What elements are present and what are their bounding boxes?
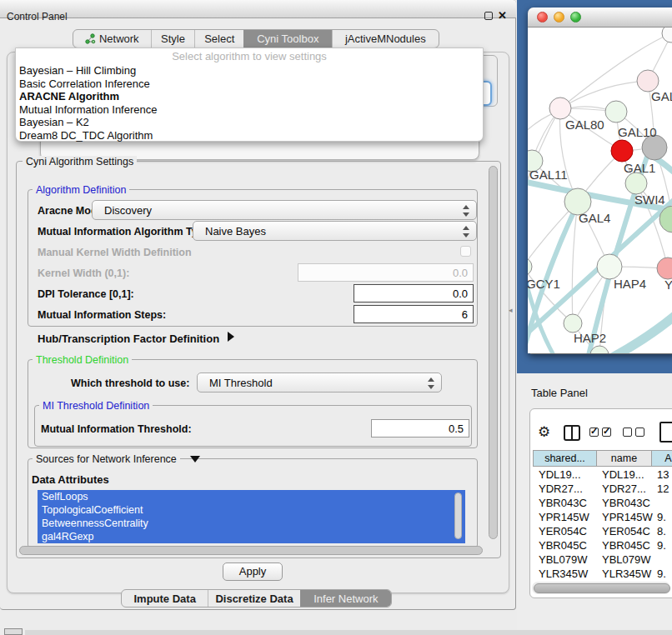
- new-column-icon[interactable]: [659, 422, 672, 442]
- tab-network[interactable]: Network: [73, 30, 151, 48]
- mi-algorithm-type-combobox[interactable]: Naive Bayes: [193, 221, 477, 241]
- bottom-tab-bar: Impute Data Discretize Data Infer Networ…: [121, 589, 392, 608]
- dropdown-item-mutual-information[interactable]: Mutual Information Inference: [16, 103, 483, 117]
- settings-horizontal-scrollbar[interactable]: [19, 546, 483, 555]
- table-cell[interactable]: YLR345W: [602, 568, 651, 580]
- select-all-checkbox-icon[interactable]: [589, 428, 599, 437]
- table-cell[interactable]: YBR045C: [602, 539, 650, 552]
- network-graph: [528, 28, 672, 353]
- table-horizontal-scrollbar[interactable]: [534, 583, 670, 593]
- network-node[interactable]: [611, 140, 633, 162]
- cyni-settings-title: Cyni Algorithm Settings: [23, 156, 137, 168]
- collapse-down-icon[interactable]: [190, 456, 200, 462]
- table-cell[interactable]: YDL19...: [602, 468, 644, 481]
- table-cell[interactable]: YER054C: [602, 525, 650, 538]
- dropdown-item-bayesian-hill-climbing[interactable]: Bayesian – Hill Climbing: [16, 64, 483, 78]
- panel-splitter-handle[interactable]: ◂: [509, 306, 513, 314]
- float-window-icon[interactable]: [484, 12, 493, 20]
- aracne-mode-value: Discovery: [104, 204, 152, 217]
- table-cell[interactable]: YDR27...: [602, 482, 646, 495]
- table-cell[interactable]: YBR043C: [539, 497, 587, 509]
- table-cell[interactable]: 12: [657, 482, 669, 495]
- table-cell[interactable]: YBR045C: [539, 539, 587, 552]
- list-item-gal4rgexp[interactable]: gal4RGexp: [38, 530, 465, 543]
- select-all-checkbox-icon[interactable]: [602, 428, 611, 437]
- kernel-width-field[interactable]: 0.0: [298, 263, 474, 282]
- dropdown-item-aracne[interactable]: ARACNE Algorithm: [16, 90, 483, 103]
- tab-style[interactable]: Style: [151, 30, 195, 48]
- table-cell[interactable]: YPR145W: [602, 511, 653, 523]
- network-node[interactable]: [549, 98, 571, 119]
- dpi-tolerance-field[interactable]: 0.0: [354, 284, 474, 302]
- column-header-name[interactable]: name: [597, 450, 652, 467]
- network-node[interactable]: [605, 101, 627, 122]
- network-window-titlebar[interactable]: [528, 8, 672, 28]
- dropdown-item-bayesian-k2[interactable]: Bayesian – K2: [16, 116, 483, 129]
- aracne-mode-combobox[interactable]: Discovery: [92, 200, 477, 220]
- table-cell[interactable]: YBR043C: [602, 497, 650, 509]
- tab-discretize-data-label: Discretize Data: [215, 592, 293, 605]
- control-panel-title: Control Panel: [7, 11, 68, 22]
- control-panel-titlebar[interactable]: [0, 0, 516, 18]
- settings-vertical-scrollbar[interactable]: [489, 166, 498, 539]
- which-threshold-combobox[interactable]: MI Threshold: [197, 372, 442, 392]
- table-cell[interactable]: YDL19...: [539, 468, 581, 481]
- expand-right-icon[interactable]: [228, 332, 234, 342]
- manual-kernel-checkbox[interactable]: [460, 246, 471, 257]
- tab-discretize-data[interactable]: Discretize Data: [208, 590, 299, 607]
- tab-impute-data[interactable]: Impute Data: [122, 590, 208, 607]
- table-cell[interactable]: YDR27...: [539, 482, 583, 495]
- dropdown-item-dream8[interactable]: Dream8 DC_TDC Algorithm: [16, 129, 483, 142]
- table-cell[interactable]: YER054C: [539, 525, 587, 538]
- tab-cyni-toolbox-label: Cyni Toolbox: [257, 32, 318, 45]
- table-cell[interactable]: 9.: [657, 511, 666, 523]
- table-cell[interactable]: 8.: [657, 525, 666, 538]
- table-cell[interactable]: 13: [657, 468, 669, 481]
- table-cell[interactable]: YLR345W: [539, 568, 588, 580]
- network-node[interactable]: [528, 258, 532, 276]
- list-item-selfloops[interactable]: SelfLoops: [38, 490, 465, 503]
- network-node[interactable]: [657, 258, 672, 279]
- tab-jactivemnodules[interactable]: jActiveMNodules: [332, 30, 439, 48]
- table-cell[interactable]: YBL079W: [539, 553, 588, 566]
- mi-threshold-field[interactable]: 0.5: [371, 419, 469, 438]
- bottom-left-icon[interactable]: [4, 628, 23, 635]
- network-node[interactable]: [564, 314, 582, 332]
- attributes-list-scrollbar[interactable]: [454, 492, 462, 539]
- spinner-arrows-icon: [463, 204, 470, 218]
- list-item-betweennesscentrality[interactable]: BetweennessCentrality: [38, 517, 465, 530]
- network-node[interactable]: [625, 172, 647, 194]
- tab-infer-network-label: Infer Network: [313, 592, 378, 605]
- network-node[interactable]: [662, 28, 672, 42]
- tab-infer-network[interactable]: Infer Network: [300, 590, 391, 607]
- mi-steps-field[interactable]: 6: [354, 305, 474, 323]
- tab-jactivemnodules-label: jActiveMNodules: [345, 32, 426, 45]
- minimize-traffic-light-icon[interactable]: [554, 12, 564, 22]
- column-header-partial[interactable]: A: [652, 450, 672, 467]
- column-header-shared-name[interactable]: shared...: [533, 450, 597, 467]
- close-icon[interactable]: ✕: [498, 9, 507, 22]
- network-canvas[interactable]: GALGAL80GAL10GAL1GAL11SWI4GAL4GCY1HAP4YH…: [528, 28, 672, 353]
- network-node-label: GAL: [651, 89, 672, 103]
- table-cell[interactable]: 9.: [657, 539, 666, 552]
- table-cell[interactable]: 9.: [657, 568, 666, 580]
- list-item-topologicalcoefficient[interactable]: TopologicalCoefficient: [38, 503, 465, 517]
- zoom-traffic-light-icon[interactable]: [570, 12, 581, 22]
- tab-impute-data-label: Impute Data: [133, 592, 195, 605]
- deselect-all-checkbox-icon[interactable]: [635, 428, 644, 437]
- dropdown-item-basic-correlation[interactable]: Basic Correlation Inference: [16, 78, 483, 91]
- network-node[interactable]: [597, 254, 622, 279]
- deselect-all-checkbox-icon[interactable]: [623, 428, 632, 437]
- column-visibility-icon[interactable]: [564, 425, 580, 441]
- table-settings-gear-icon[interactable]: ⚙: [538, 423, 550, 441]
- network-edge: [560, 81, 648, 108]
- data-attributes-list: SelfLoops TopologicalCoefficient Between…: [38, 490, 465, 543]
- close-traffic-light-icon[interactable]: [537, 12, 548, 22]
- tab-select[interactable]: Select: [194, 30, 243, 48]
- table-cell[interactable]: YBL079W: [602, 553, 651, 566]
- table-cell[interactable]: YPR145W: [539, 511, 589, 523]
- dropdown-placeholder: Select algorithm to view settings: [16, 48, 483, 64]
- apply-button[interactable]: Apply: [223, 562, 283, 581]
- tab-cyni-toolbox[interactable]: Cyni Toolbox: [243, 30, 332, 48]
- hub-definition-label: Hub/Transcription Factor Definition: [38, 332, 219, 345]
